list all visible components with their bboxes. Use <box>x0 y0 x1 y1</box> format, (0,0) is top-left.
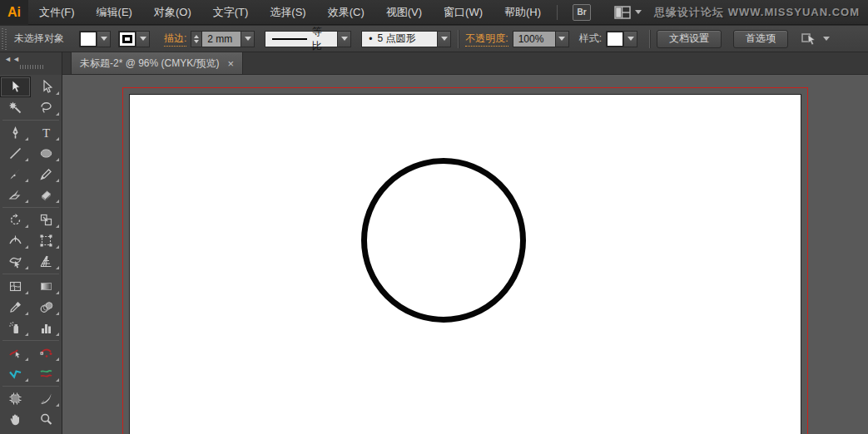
fill-swatch[interactable] <box>80 32 97 47</box>
document-tab[interactable]: 未标题-2* @ 96% (CMYK/预览) × <box>71 52 243 74</box>
chevron-down-icon <box>823 37 830 41</box>
graphic-style-picker[interactable] <box>606 31 637 47</box>
chevron-down-icon <box>140 37 146 41</box>
stepper-up-icon[interactable] <box>194 35 199 38</box>
stroke-color-picker[interactable] <box>118 31 150 47</box>
knife-icon <box>39 392 53 406</box>
blend-icon <box>39 300 53 314</box>
width-tool-icon <box>8 234 22 248</box>
stroke-panel-link[interactable]: 描边: <box>164 32 186 47</box>
selection-status: 未选择对象 <box>14 32 64 46</box>
bridge-button[interactable]: Br <box>573 4 591 21</box>
chevron-down-icon <box>635 10 642 14</box>
gradient-tool[interactable] <box>31 276 62 297</box>
shape-builder-icon <box>8 254 22 269</box>
magic-wand-icon <box>8 101 22 115</box>
paintbrush-tool[interactable] <box>0 164 31 185</box>
chevron-down-icon <box>245 37 251 41</box>
collapse-panel-button[interactable]: ◄◄ <box>4 55 21 63</box>
menu-window[interactable]: 窗口(W) <box>433 0 494 25</box>
blue-zigzag-plugin-tool[interactable] <box>0 363 31 384</box>
shape-builder-tool[interactable] <box>0 251 31 272</box>
fill-color-picker[interactable] <box>79 31 111 47</box>
pencil-tool[interactable] <box>31 164 62 185</box>
menu-type[interactable]: 文字(T) <box>202 0 260 25</box>
menu-edit[interactable]: 编辑(E) <box>86 0 143 25</box>
stroke-weight-input[interactable]: 2 mm <box>201 31 241 47</box>
knife-tool[interactable] <box>31 388 62 409</box>
menu-view[interactable]: 视图(V) <box>375 0 433 25</box>
scale-tool[interactable] <box>31 210 62 230</box>
lasso-tool[interactable] <box>31 97 62 118</box>
selection-tool[interactable] <box>0 76 31 97</box>
line-segment-tool[interactable] <box>0 143 31 164</box>
circle-shape[interactable] <box>361 158 526 323</box>
menu-help[interactable]: 帮助(H) <box>494 0 552 25</box>
zoom-tool[interactable] <box>31 409 62 430</box>
menu-file[interactable]: 文件(F) <box>28 0 86 25</box>
chevron-down-icon <box>341 37 348 41</box>
style-dropdown-button[interactable] <box>623 32 637 47</box>
brush-definition-select[interactable]: • 5 点圆形 <box>361 31 438 47</box>
blend-tool[interactable] <box>31 297 62 318</box>
stroke-dropdown-button[interactable] <box>136 32 149 47</box>
forum-watermark: 思缘设计论坛 WWW.MISSYUAN.COM <box>654 5 860 20</box>
blob-brush-tool[interactable] <box>0 185 31 205</box>
eraser-tool[interactable] <box>31 185 62 205</box>
opacity-dropdown-button[interactable] <box>556 31 569 47</box>
menu-select[interactable]: 选择(S) <box>259 0 316 25</box>
mesh-tool[interactable] <box>0 276 31 297</box>
selection-tool-icon <box>8 80 22 94</box>
symbol-sprayer-tool[interactable] <box>0 318 31 338</box>
controlbar-separator <box>458 30 459 48</box>
svg-text:T: T <box>42 126 50 140</box>
document-setup-button[interactable]: 文档设置 <box>657 30 722 48</box>
perspective-grid-tool[interactable] <box>31 251 62 272</box>
free-transform-tool[interactable] <box>31 230 62 251</box>
workspace-switcher[interactable] <box>614 6 642 19</box>
red-brush-plugin-tool[interactable] <box>0 343 31 363</box>
width-profile-dropdown-button[interactable] <box>338 31 351 47</box>
column-graph-tool[interactable] <box>31 318 62 338</box>
preferences-button[interactable]: 首选项 <box>733 30 788 48</box>
chevron-down-icon <box>627 37 634 41</box>
style-swatch[interactable] <box>607 32 623 47</box>
type-tool[interactable]: T <box>31 122 62 143</box>
hand-tool[interactable] <box>0 409 31 430</box>
opacity-input[interactable]: 100% <box>513 31 556 47</box>
menu-object[interactable]: 对象(O) <box>143 0 202 25</box>
width-profile-select[interactable]: 等比 <box>265 31 338 47</box>
scale-icon <box>39 213 53 227</box>
brush-definition-value: 5 点圆形 <box>378 32 416 46</box>
menu-effect[interactable]: 效果(C) <box>317 0 375 25</box>
ellipse-tool[interactable] <box>31 143 62 164</box>
canvas-area[interactable] <box>62 75 868 434</box>
rotate-tool[interactable] <box>0 210 31 230</box>
close-icon[interactable]: × <box>228 58 235 69</box>
pen-tool[interactable] <box>0 122 31 143</box>
tools-panel: T <box>0 75 62 434</box>
tools-panel-grip[interactable] <box>20 65 43 69</box>
opacity-panel-link[interactable]: 不透明度: <box>465 32 508 47</box>
stroke-weight-stepper[interactable] <box>191 31 201 47</box>
artboard-tool[interactable] <box>0 388 31 409</box>
direct-selection-tool[interactable] <box>31 76 62 97</box>
eyedropper-tool[interactable] <box>0 297 31 318</box>
panel-drag-grip[interactable] <box>2 28 7 50</box>
stroke-weight-dropdown-button[interactable] <box>241 31 255 47</box>
width-tool[interactable] <box>0 230 31 251</box>
magic-wand-tool[interactable] <box>0 97 31 118</box>
perspective-grid-icon <box>39 254 53 269</box>
free-transform-icon <box>39 234 53 248</box>
workspace-layout-icon <box>614 6 631 19</box>
red-curve-plugin-tool[interactable] <box>31 343 62 363</box>
brush-dropdown-button[interactable] <box>438 31 451 47</box>
wavy-lines-plugin-tool[interactable] <box>31 363 62 384</box>
blob-brush-icon <box>8 188 22 202</box>
fill-dropdown-button[interactable] <box>97 32 110 47</box>
stepper-down-icon[interactable] <box>194 40 199 43</box>
paintbrush-icon <box>8 167 22 181</box>
select-similar-control[interactable] <box>801 32 830 46</box>
rotate-icon <box>8 213 22 227</box>
stroke-swatch[interactable] <box>119 32 136 47</box>
